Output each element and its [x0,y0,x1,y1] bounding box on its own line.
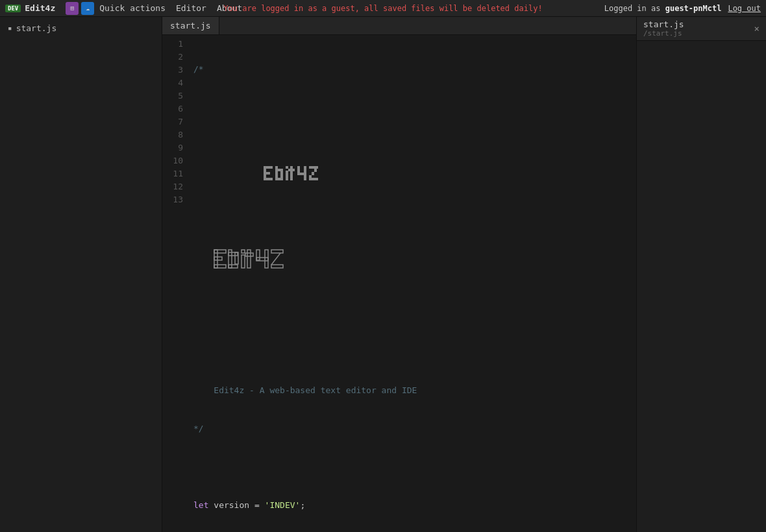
svg-rect-15 [309,166,318,169]
app-name: Edit4z [25,3,55,13]
code-line-9: Edit4z - A web-based text editor and IDE [193,384,631,397]
open-file-item-startjs[interactable]: start.js /start.js × [637,17,766,41]
svg-rect-14 [304,166,306,180]
svg-rect-6 [280,169,283,178]
open-file-path: /start.js [643,29,684,38]
svg-rect-18 [312,172,314,175]
svg-rect-16 [309,178,318,180]
code-line-12: let version = 'INDEV'; [193,499,631,512]
editor-tab-startjs[interactable]: start.js [162,17,219,34]
menu-quick-actions[interactable]: Quick actions [94,2,171,14]
menubar-icons: ⊞ ☁ [66,2,94,15]
logo-area: DEV Edit4z [5,3,55,13]
code-line-8 [193,346,631,359]
svg-rect-8 [286,166,288,169]
svg-rect-29 [241,255,245,268]
ascii-art-block [213,154,631,319]
svg-rect-22 [214,257,222,260]
file-icon: ▪ [8,24,12,32]
svg-rect-17 [314,169,317,172]
svg-rect-21 [214,250,226,253]
main-layout: ▪ start.js start.js 1 2 3 4 5 6 7 8 9 10 [0,17,766,532]
svg-rect-23 [214,265,226,268]
svg-line-37 [271,253,280,265]
line-numbers: 1 2 3 4 5 6 7 8 9 10 11 12 13 [162,35,188,532]
code-line-10: */ [193,422,631,435]
sidebar-file-startjs[interactable]: ▪ start.js [0,21,162,36]
svg-rect-35 [271,250,283,253]
guest-warning: You are logged in as a guest, all saved … [223,4,542,13]
tab-label: start.js [170,21,211,30]
logged-in-label: Logged in as guest-pnMctl [604,4,722,13]
menubar: DEV Edit4z ⊞ ☁ Quick actions Editor Abou… [0,0,766,17]
icon-blue[interactable]: ☁ [81,2,94,15]
svg-rect-9 [286,171,288,180]
menu-editor[interactable]: Editor [171,2,212,14]
svg-rect-27 [229,265,238,268]
svg-rect-19 [309,175,312,178]
icon-purple[interactable]: ⊞ [66,2,79,15]
code-content[interactable]: /* [188,35,636,532]
svg-rect-10 [290,166,293,180]
logo-badge: DEV [5,5,21,12]
svg-rect-28 [241,250,245,253]
ascii-logo-svg-2 [213,248,382,294]
code-editor[interactable]: 1 2 3 4 5 6 7 8 9 10 11 12 13 /* [162,35,636,532]
svg-rect-3 [264,178,273,180]
svg-rect-2 [264,172,270,175]
code-line-1: /* [193,63,631,76]
tab-bar: start.js [162,17,636,35]
svg-rect-1 [264,166,273,169]
svg-rect-30 [247,250,251,268]
code-line-2 [193,101,631,114]
ascii-logo-svg [264,166,400,218]
open-files-panel: start.js /start.js × [636,17,766,532]
svg-rect-36 [271,265,283,268]
editor-container: start.js 1 2 3 4 5 6 7 8 9 10 11 12 13 /… [162,17,636,532]
svg-rect-34 [265,250,268,268]
auth-area: Logged in as guest-pnMctl Log out [604,4,761,13]
username: guest-pnMctl [665,4,722,13]
close-file-button[interactable]: × [754,24,760,33]
svg-rect-11 [288,169,295,171]
svg-rect-33 [256,258,268,261]
sidebar: ▪ start.js [0,17,162,532]
code-line-11 [193,461,631,474]
open-file-info: start.js /start.js [643,19,684,38]
svg-rect-26 [235,252,238,264]
open-file-name: start.js [643,19,684,29]
svg-rect-7 [275,178,283,180]
logout-button[interactable]: Log out [728,4,761,13]
sidebar-filename: start.js [16,23,57,33]
svg-rect-31 [245,253,253,256]
